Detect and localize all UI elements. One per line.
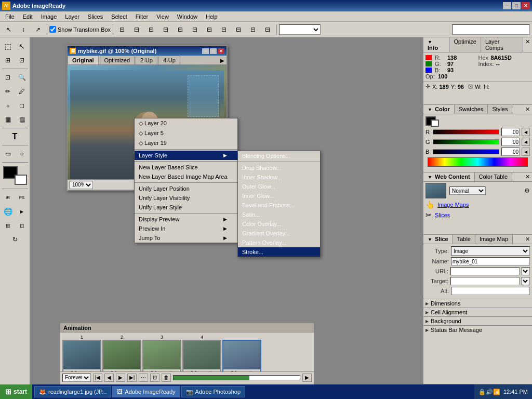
- submenu-dropshadow[interactable]: Drop Shadow...: [238, 163, 320, 172]
- frame-time-3[interactable]: 0.1 sec. ▼: [143, 369, 180, 371]
- anim-play-btn[interactable]: ▶: [116, 374, 125, 382]
- ctx-unify-vis[interactable]: Unify Layer Visibility: [135, 193, 237, 203]
- anim-prev-btn[interactable]: ◀: [104, 374, 114, 382]
- move-tool[interactable]: ↖: [15, 39, 29, 53]
- submenu-gradientoverlay[interactable]: Gradient Overlay...: [238, 229, 320, 238]
- toolbar-tool3[interactable]: ↗: [31, 23, 45, 36]
- taskbar-photoshop[interactable]: 📷 Adobe Photoshop: [181, 386, 245, 397]
- slice-select-tool[interactable]: ⊡: [15, 54, 29, 67]
- text-tool[interactable]: T: [8, 130, 22, 143]
- eyedropper-tool[interactable]: ✏: [1, 85, 15, 98]
- alt-input[interactable]: [451, 287, 530, 295]
- rect-tool[interactable]: ▭: [1, 147, 15, 161]
- tab-info[interactable]: ▼ Info: [423, 37, 449, 52]
- tile-btn[interactable]: ⊡: [15, 219, 29, 232]
- tab-styles[interactable]: Styles: [488, 105, 512, 114]
- dimensions-section[interactable]: ▶ Dimensions: [423, 299, 532, 308]
- status-bar-section[interactable]: ▶ Status Bar Message: [423, 325, 532, 334]
- tab-webcontent[interactable]: ▼ Web Content: [423, 172, 475, 181]
- imageready-btn[interactable]: IR: [1, 191, 15, 204]
- g-value[interactable]: [501, 138, 520, 146]
- zoom-selector[interactable]: 100%: [70, 181, 93, 189]
- target-dropdown[interactable]: [522, 277, 530, 285]
- toolbar-search[interactable]: [452, 24, 530, 35]
- pencil-tool[interactable]: 🖊: [15, 85, 29, 98]
- submenu-coloroverlay[interactable]: Color Overlay...: [238, 219, 320, 229]
- tab-swatches[interactable]: Swatches: [455, 105, 488, 114]
- doc-close[interactable]: ✕: [218, 48, 224, 54]
- color-panel-close[interactable]: ✕: [523, 105, 532, 114]
- submenu-stroke[interactable]: Stroke...: [238, 247, 320, 257]
- frame-time-5[interactable]: 0.1 sec. ▼: [223, 369, 260, 371]
- ctx-display-preview[interactable]: Display Preview ▶: [135, 215, 237, 224]
- menu-file[interactable]: File: [1, 12, 19, 21]
- toolbar-dist6[interactable]: ⊟: [261, 23, 274, 36]
- slice-tool[interactable]: ⊞: [1, 54, 15, 67]
- ctx-layer5[interactable]: ◇ Layer 5: [135, 128, 237, 138]
- anim-frame-5[interactable]: 0.1 sec. ▼: [222, 340, 261, 371]
- slice-panel-close[interactable]: ✕: [523, 235, 532, 244]
- frame-time-4[interactable]: 0.1 sec. ▼: [183, 369, 220, 371]
- ctx-unify-style[interactable]: Unify Layer Style: [135, 203, 237, 212]
- menu-layer[interactable]: Layer: [61, 12, 84, 21]
- ctx-layer19[interactable]: ◇ Layer 19: [135, 138, 237, 148]
- toolbar-dist4[interactable]: ⊟: [232, 23, 245, 36]
- toolbar-dist1[interactable]: ⊟: [188, 23, 202, 36]
- menu-help[interactable]: Help: [202, 12, 222, 21]
- submenu-patternoverlay[interactable]: Pattern Overlay...: [238, 238, 320, 247]
- web-settings-icon[interactable]: ⚙: [524, 187, 530, 194]
- url-dropdown[interactable]: [522, 267, 530, 275]
- toolbar-align5[interactable]: ⊟: [174, 23, 187, 36]
- background-color[interactable]: [15, 175, 27, 185]
- anim-end-btn[interactable]: ▶: [302, 374, 312, 382]
- eraser-tool[interactable]: ◻: [15, 99, 29, 112]
- url-input[interactable]: [450, 267, 520, 275]
- background-section[interactable]: ▶ Background: [423, 316, 532, 325]
- ctx-new-imagemap[interactable]: New Layer Based Image Map Area: [135, 172, 237, 181]
- submenu-blending[interactable]: Blending Options...: [238, 151, 320, 161]
- tab-slice[interactable]: ▼ Slice: [423, 235, 453, 244]
- zoom-tool[interactable]: 🔍: [15, 71, 29, 84]
- tab-colortable[interactable]: Color Table: [475, 172, 512, 181]
- extra-tool[interactable]: ↻: [8, 233, 22, 246]
- taskbar-imageready[interactable]: 🖼 Adobe ImageReady: [112, 386, 180, 397]
- anim-copy-btn[interactable]: ⊡: [150, 374, 159, 382]
- color-spectrum[interactable]: [428, 157, 528, 167]
- ctx-jump-to[interactable]: Jump To ▶: [135, 233, 237, 243]
- target-input[interactable]: [450, 277, 520, 285]
- toolbar-align3[interactable]: ⊟: [144, 23, 158, 36]
- anim-trash-btn[interactable]: 🗑: [162, 374, 171, 382]
- ctx-layer20[interactable]: ◇ Layer 20: [135, 118, 237, 128]
- slices-link[interactable]: Slices: [435, 212, 450, 218]
- menu-slices[interactable]: Slices: [84, 12, 107, 21]
- crop-tool[interactable]: ⊡: [1, 71, 15, 84]
- doc-tab-optimized[interactable]: Optimized: [100, 56, 135, 64]
- r-value[interactable]: [501, 128, 520, 136]
- shape-tool[interactable]: ○: [15, 147, 29, 161]
- menu-image[interactable]: Image: [37, 12, 61, 21]
- submenu-outerglow[interactable]: Outer Glow...: [238, 182, 320, 191]
- anim-frame-3[interactable]: 0.1 sec. ▼: [142, 340, 181, 371]
- toolbar-align2[interactable]: ⊟: [130, 23, 143, 36]
- cell-align-section[interactable]: ▶ Cell Alignment: [423, 308, 532, 316]
- paint-tool[interactable]: ⬦: [1, 99, 15, 112]
- menu-view[interactable]: View: [152, 12, 173, 21]
- submenu-bevel[interactable]: Bevel and Emboss...: [238, 201, 320, 210]
- transform-checkbox[interactable]: [49, 26, 56, 33]
- grid-btn[interactable]: ⊞: [1, 219, 15, 232]
- name-input[interactable]: [451, 257, 530, 265]
- menu-window[interactable]: Window: [173, 12, 202, 21]
- loop-selector[interactable]: Forever: [62, 374, 91, 382]
- doc-tab-arrow[interactable]: ▶: [218, 57, 227, 64]
- gradient-tool[interactable]: ▦: [1, 113, 15, 126]
- menu-select[interactable]: Select: [107, 12, 131, 21]
- show-transform-box[interactable]: Show Transform Box: [49, 26, 111, 33]
- submenu-innerglow[interactable]: Inner Glow...: [238, 191, 320, 201]
- selection-tool[interactable]: ⬚: [1, 39, 15, 53]
- browser-btn[interactable]: 🌐: [1, 205, 15, 218]
- ctx-unify-pos[interactable]: Unify Layer Position: [135, 184, 237, 193]
- preview-btn[interactable]: ▶: [15, 205, 29, 218]
- photoshop-btn[interactable]: PS: [15, 191, 29, 204]
- ctx-preview-in[interactable]: Preview In ▶: [135, 224, 237, 233]
- submenu-satin[interactable]: Satin...: [238, 210, 320, 219]
